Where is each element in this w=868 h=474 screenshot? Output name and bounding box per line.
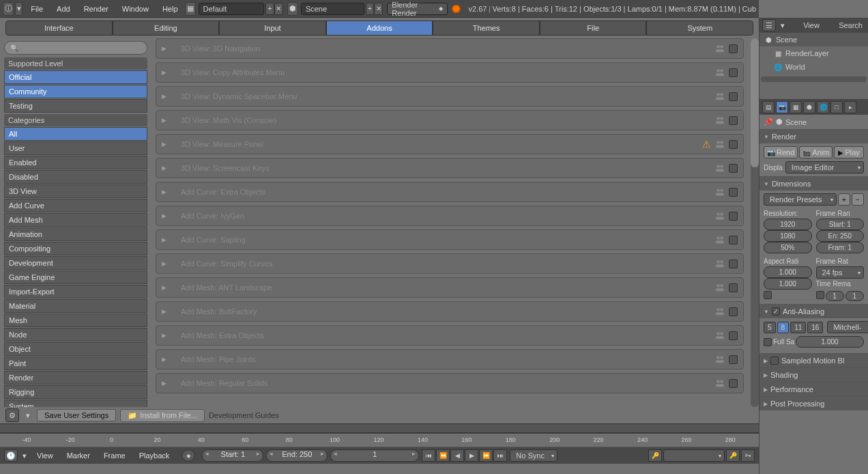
addon-enable-checkbox[interactable] bbox=[729, 92, 738, 101]
expand-icon[interactable]: ▶ bbox=[162, 117, 170, 124]
timeline-menu-view[interactable]: View bbox=[31, 451, 59, 460]
category-paint[interactable]: Paint bbox=[4, 357, 147, 370]
expand-icon[interactable]: ▶ bbox=[162, 45, 170, 52]
render-button[interactable]: 📷Rend bbox=[764, 146, 798, 158]
jump-end-button[interactable]: ⏭ bbox=[493, 449, 507, 462]
addon-row[interactable]: ▶Add Curve: Simplify Curves bbox=[156, 253, 744, 274]
timeline-ruler[interactable]: -40-200204060801001201401601802002202402… bbox=[0, 434, 759, 447]
remap-new-field[interactable]: 1 bbox=[845, 291, 864, 301]
prefs-collapse-icon[interactable]: ▾ bbox=[23, 408, 33, 422]
outliner-world[interactable]: 🌐World bbox=[760, 60, 868, 74]
category-importexport[interactable]: Import-Export bbox=[4, 285, 147, 298]
expand-icon[interactable]: ▶ bbox=[162, 165, 170, 171]
keyframe-next-button[interactable]: ⏩ bbox=[479, 449, 493, 462]
menu-window[interactable]: Window bbox=[115, 5, 156, 13]
addon-row[interactable]: ▶3D View: Dynamic Spacebar Menu bbox=[156, 86, 744, 107]
addon-enable-checkbox[interactable] bbox=[729, 68, 738, 77]
expand-icon[interactable]: ▶ bbox=[162, 189, 170, 195]
category-development[interactable]: Development bbox=[4, 256, 147, 270]
aspect-x-field[interactable]: 1.000 bbox=[764, 266, 812, 278]
preset-add-button[interactable]: + bbox=[838, 193, 850, 206]
props-tab-scene[interactable]: ⬢ bbox=[803, 101, 815, 113]
category-all[interactable]: All bbox=[4, 127, 147, 141]
addon-enable-checkbox[interactable] bbox=[729, 355, 738, 364]
menu-render[interactable]: Render bbox=[77, 5, 115, 13]
remove-layout-button[interactable]: ✕ bbox=[274, 3, 283, 15]
expand-icon[interactable]: ▶ bbox=[162, 284, 170, 291]
expand-icon[interactable]: ▶ bbox=[162, 141, 170, 148]
outliner-renderlayer[interactable]: ▦RenderLayer bbox=[760, 46, 868, 60]
category-enabled[interactable]: Enabled bbox=[4, 156, 147, 169]
category-system[interactable]: System bbox=[4, 400, 147, 407]
save-user-settings-button[interactable]: Save User Settings bbox=[37, 409, 116, 421]
expand-icon[interactable]: ▶ bbox=[162, 332, 170, 339]
add-scene-button[interactable]: + bbox=[366, 3, 375, 15]
support-official[interactable]: Official bbox=[4, 70, 147, 84]
addon-row[interactable]: ▶3D View: Screencast Keys bbox=[156, 158, 744, 178]
antialiasing-panel-header[interactable]: ▼Anti-Aliasing bbox=[760, 305, 868, 318]
addon-row[interactable]: ▶Add Mesh: Regular Solids bbox=[156, 373, 744, 393]
shading-header[interactable]: ▶Shading bbox=[760, 368, 868, 382]
expand-icon[interactable]: ▶ bbox=[162, 236, 170, 243]
category-render[interactable]: Render bbox=[4, 371, 147, 385]
tab-system[interactable]: System bbox=[646, 20, 753, 36]
aa-5-button[interactable]: 5 bbox=[764, 322, 776, 333]
aa-enable-checkbox[interactable] bbox=[772, 307, 780, 316]
expand-icon[interactable]: ▶ bbox=[162, 308, 170, 315]
key-insert-button[interactable]: 🔑 bbox=[726, 449, 740, 462]
install-from-file-button[interactable]: 📁Install from File... bbox=[120, 409, 205, 422]
category-animation[interactable]: Animation bbox=[4, 227, 147, 241]
outliner-h-scroll[interactable] bbox=[761, 76, 867, 82]
timeline-editor-icon[interactable]: 🕐 bbox=[4, 449, 18, 462]
crop-checkbox[interactable] bbox=[816, 291, 824, 299]
development-guides-label[interactable]: Development Guides bbox=[209, 411, 279, 419]
addon-enable-checkbox[interactable] bbox=[729, 164, 738, 173]
sync-dropdown[interactable]: No Sync bbox=[510, 449, 558, 462]
play-reverse-button[interactable]: ◀ bbox=[450, 449, 464, 462]
category-node[interactable]: Node bbox=[4, 328, 147, 341]
aa-11-button[interactable]: 11 bbox=[790, 322, 806, 333]
aa-size-field[interactable]: 1.000 bbox=[796, 336, 864, 348]
props-editor-icon[interactable]: ▤ bbox=[762, 101, 775, 113]
expand-icon[interactable]: ▶ bbox=[162, 380, 170, 387]
category-addmesh[interactable]: Add Mesh bbox=[4, 213, 147, 227]
post-processing-header[interactable]: ▶Post Processing bbox=[760, 397, 868, 410]
current-frame-field[interactable]: 1 bbox=[330, 449, 419, 462]
expand-icon[interactable]: ▶ bbox=[162, 260, 170, 267]
screen-browse-icon[interactable]: ▦ bbox=[185, 2, 196, 16]
add-layout-button[interactable]: + bbox=[265, 3, 274, 15]
border-checkbox[interactable] bbox=[764, 291, 772, 299]
props-tab-object[interactable]: □ bbox=[830, 101, 843, 113]
support-community[interactable]: Community bbox=[4, 85, 147, 98]
category-3dview[interactable]: 3D View bbox=[4, 184, 147, 198]
addon-enable-checkbox[interactable] bbox=[729, 260, 738, 268]
addon-row[interactable]: ▶3D View: Copy Attributes Menu bbox=[156, 62, 744, 83]
dimensions-panel-header[interactable]: ▼Dimensions bbox=[760, 177, 868, 191]
addon-row[interactable]: ▶3D View: 3D Navigation bbox=[156, 38, 744, 59]
start-frame-field[interactable]: Start: 1 bbox=[202, 449, 263, 462]
outliner-search-label[interactable]: Search bbox=[839, 21, 863, 29]
category-addcurve[interactable]: Add Curve bbox=[4, 199, 147, 212]
addon-enable-checkbox[interactable] bbox=[729, 236, 738, 245]
outliner-editor-icon[interactable]: ☰ bbox=[762, 19, 776, 31]
support-testing[interactable]: Testing bbox=[4, 99, 147, 113]
addon-scrollbar[interactable] bbox=[751, 38, 759, 407]
sampled-motion-header[interactable]: ▶Sampled Motion Bl bbox=[760, 354, 868, 367]
sampled-motion-checkbox[interactable] bbox=[770, 357, 779, 365]
category-user[interactable]: User bbox=[4, 141, 147, 155]
timeline-menu-playback[interactable]: Playback bbox=[134, 451, 175, 460]
addon-row[interactable]: ▶Add Curve: Extra Objects bbox=[156, 182, 744, 202]
category-compositing[interactable]: Compositing bbox=[4, 242, 147, 255]
outliner-view-label[interactable]: View bbox=[803, 21, 820, 29]
resolution-pct-field[interactable]: 50% bbox=[764, 242, 812, 253]
scene-dropdown[interactable]: Scene bbox=[301, 3, 364, 15]
addon-search-input[interactable] bbox=[4, 41, 147, 55]
addon-enable-checkbox[interactable] bbox=[729, 331, 738, 340]
remove-scene-button[interactable]: ✕ bbox=[374, 3, 383, 15]
play-button[interactable]: ▶ bbox=[465, 449, 478, 462]
outliner-scene[interactable]: ⬢Scene bbox=[760, 33, 868, 46]
end-frame-field[interactable]: End: 250 bbox=[266, 449, 328, 462]
addon-enable-checkbox[interactable] bbox=[729, 379, 738, 388]
remap-old-field[interactable]: 1 bbox=[826, 291, 844, 301]
addon-enable-checkbox[interactable] bbox=[729, 116, 738, 125]
